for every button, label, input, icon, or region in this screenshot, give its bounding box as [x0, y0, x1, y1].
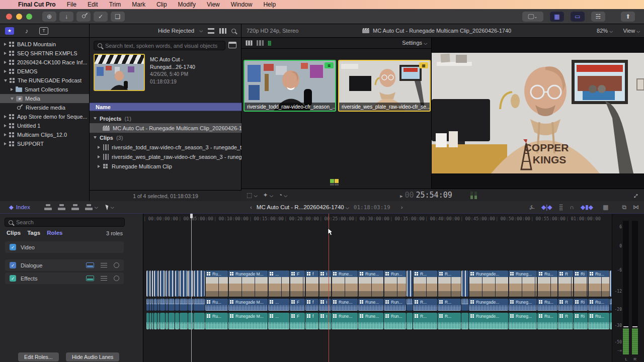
dialogue-clip[interactable]: Ru... [205, 299, 228, 311]
video-clip[interactable]: Ru... [588, 270, 609, 297]
video-clip[interactable]: ... [268, 270, 289, 297]
dialogue-clip[interactable] [149, 299, 151, 311]
effects-clip[interactable] [154, 313, 157, 329]
video-clip[interactable]: R... [413, 270, 437, 297]
effects-clip[interactable]: I [319, 313, 331, 329]
menu-item-view[interactable]: View [207, 1, 220, 8]
disclosure-triangle[interactable] [11, 88, 13, 91]
dialogue-clip[interactable] [180, 299, 188, 311]
background-tasks-icon[interactable]: ✓ [94, 12, 108, 22]
hide-audio-lanes-button[interactable]: Hide Audio Lanes [66, 352, 119, 361]
share-button[interactable]: ⬆ [621, 12, 635, 22]
effects-clip[interactable]: Ru... [205, 313, 228, 329]
effects-clip[interactable]: Runegade... [469, 313, 508, 329]
disclosure-triangle[interactable] [94, 136, 97, 139]
video-clip[interactable] [166, 270, 168, 297]
angle-settings-dropdown[interactable]: Settings ⌵ [402, 40, 427, 46]
import-media-icon[interactable]: ⊕ [42, 12, 56, 22]
dialogue-clip[interactable] [188, 299, 193, 311]
video-clip[interactable] [160, 270, 165, 297]
sidebar-item-multicam-clips-12-0[interactable]: Multicam Clips_12.0 [0, 130, 89, 139]
video-audio-switch-icon[interactable] [246, 41, 253, 46]
focus-icon[interactable] [114, 276, 119, 281]
video-clip[interactable]: Runegade M... [228, 270, 268, 297]
minimize-window-button[interactable] [16, 14, 22, 20]
dialogue-clip[interactable] [160, 299, 165, 311]
role-row-dialogue[interactable]: ✓Dialogue [5, 259, 124, 271]
video-clip[interactable] [407, 270, 413, 297]
name-column-header[interactable]: Name [90, 103, 242, 111]
sidebar-item-smart-collections[interactable]: Smart Collections [0, 85, 89, 94]
browser-search-input[interactable]: Search text, spoken words, and visual ob… [94, 41, 225, 50]
video-only-switch-icon[interactable] [257, 40, 264, 46]
effects-clip[interactable]: F [290, 313, 305, 329]
effects-clip[interactable] [169, 313, 175, 329]
dialogue-clip[interactable] [154, 299, 157, 311]
video-clip[interactable]: Runeg... [509, 270, 537, 297]
effects-clip[interactable]: R... [413, 313, 437, 329]
effects-clip[interactable] [194, 313, 205, 329]
video-clip[interactable]: Ri [574, 270, 588, 297]
video-clip[interactable]: Ru... [537, 270, 557, 297]
dialogue-clip[interactable]: Runeg... [509, 299, 537, 311]
effects-clip[interactable]: Rune... [332, 313, 358, 329]
libraries-tab-icon[interactable]: ★ [5, 27, 14, 35]
effects-browser-icon[interactable]: ⋈ [633, 204, 639, 211]
playhead[interactable] [191, 214, 192, 362]
video-clip[interactable] [149, 270, 151, 297]
effects-clip[interactable] [407, 313, 413, 329]
display-output-button[interactable]: 🖵 ⌄ [522, 12, 543, 22]
clip-filter-dropdown[interactable]: Hide Rejected [158, 28, 194, 34]
effects-clip[interactable] [188, 313, 193, 329]
dialogue-clip[interactable]: R [558, 299, 573, 311]
dialogue-clip[interactable]: I [319, 299, 331, 311]
dialogue-clip[interactable] [407, 299, 413, 311]
crop-tool-icon[interactable]: ⬚ ⌵ [247, 192, 258, 199]
effects-clip[interactable]: Runeg... [509, 313, 537, 329]
show-lanes-icon[interactable] [86, 276, 94, 281]
sidebar-item-riverside-media[interactable]: Riverside media [0, 103, 89, 112]
edit-roles-button[interactable]: Edit Roles... [18, 352, 59, 361]
video-clip[interactable]: f [305, 270, 318, 297]
angle-1[interactable]: ≣ riverside_todd_raw-video-cfr_season_..… [244, 60, 336, 112]
list-view-icon[interactable] [208, 28, 214, 34]
zoom-window-button[interactable] [26, 14, 32, 20]
index-search-input[interactable]: Search [5, 218, 125, 227]
connect-edit-icon[interactable] [44, 204, 52, 210]
menu-item-mark[interactable]: Mark [132, 1, 145, 8]
video-clip[interactable] [175, 270, 179, 297]
effects-clip[interactable] [157, 313, 159, 329]
disclosure-triangle[interactable] [11, 98, 14, 100]
trim-tool-icon[interactable]: ⍼ [530, 204, 535, 211]
sidebar-item-seq-shrtnr-exmpls[interactable]: SEQ SHRTNR EXMPLS [0, 49, 89, 58]
insert-edit-icon[interactable] [58, 204, 65, 210]
snapping-icon[interactable]: ◆▮◆ [581, 204, 593, 211]
video-clip[interactable] [188, 270, 193, 297]
mini-audio-meter[interactable] [470, 192, 477, 199]
effects-clip[interactable] [180, 313, 188, 329]
video-clip[interactable]: Ru... [205, 270, 228, 297]
video-clip[interactable]: R [558, 270, 573, 297]
effects-clip[interactable]: R [558, 313, 573, 329]
menu-item-window[interactable]: Window [231, 1, 253, 8]
extensions-icon[interactable]: ❑ [111, 12, 125, 22]
viewer-video-frame[interactable]: COPPER KINGS [432, 53, 644, 173]
show-lanes-icon[interactable] [86, 262, 94, 268]
sidebar-item-app-store-demo-for-seque-[interactable]: App Store demo for Seque... [0, 112, 89, 121]
dialogue-clip[interactable]: Rune... [332, 299, 358, 311]
menu-item-help[interactable]: Help [263, 1, 276, 8]
browser-group-row[interactable]: Clips(3) [90, 133, 242, 142]
index-button[interactable]: ◆ Index [9, 204, 30, 211]
dialogue-clip[interactable]: Runegade M... [228, 299, 268, 311]
tab-roles[interactable]: Roles [47, 230, 62, 236]
sidebar-item-untitled-1[interactable]: Untitled 1 [0, 121, 89, 130]
video-clip[interactable]: Rune... [332, 270, 358, 297]
browser-group-row[interactable]: Projects(1) [90, 114, 242, 123]
effects-clip[interactable] [166, 313, 168, 329]
browser-item-row[interactable]: MC Auto Cut - Runegade Multicam Clip_202… [90, 123, 242, 133]
menu-item-edit[interactable]: Edit [88, 1, 98, 8]
dialogue-clip[interactable] [146, 299, 149, 311]
overwrite-edit-icon[interactable] [85, 204, 93, 210]
subroles-icon[interactable] [101, 278, 107, 279]
effects-clip[interactable] [160, 313, 165, 329]
